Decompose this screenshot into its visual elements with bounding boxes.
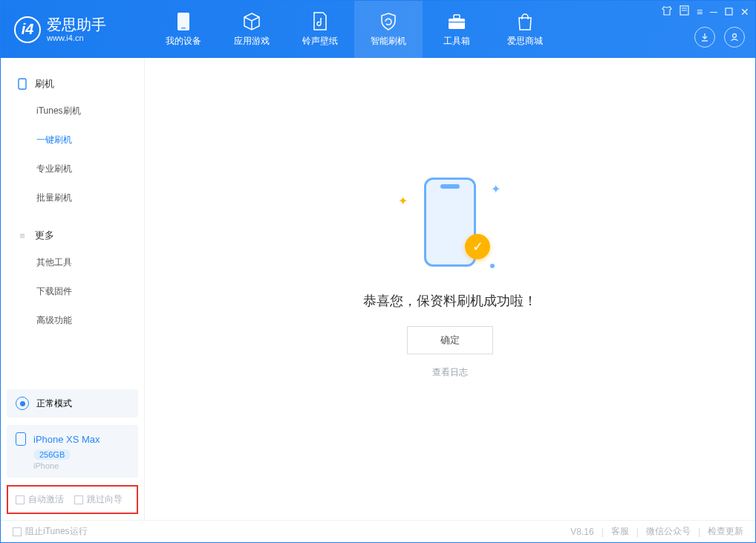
main-content: ✦ ✦ ✓ 恭喜您，保资料刷机成功啦！ 确定 查看日志: [145, 58, 755, 520]
top-nav: 我的设备 应用游戏 铃声壁纸 智能刷机 工具箱 爱思商城: [149, 1, 559, 58]
shield-refresh-icon: [378, 11, 399, 32]
dot-icon: [490, 264, 495, 268]
svg-rect-8: [726, 8, 732, 15]
device-phone-icon: [16, 432, 26, 446]
sidebar-item-other-tools[interactable]: 其他工具: [1, 248, 144, 277]
svg-rect-2: [449, 19, 465, 29]
device-icon: [173, 11, 194, 32]
success-illustration: ✦ ✦ ✓: [391, 170, 509, 274]
svg-rect-10: [19, 79, 26, 89]
sidebar-item-oneclick-flash[interactable]: 一键刷机: [1, 126, 144, 155]
toolbox-icon: [446, 11, 467, 32]
logo: i4 爱思助手 www.i4.cn: [1, 16, 149, 43]
nav-toolbox[interactable]: 工具箱: [423, 1, 491, 58]
nav-smart-flash[interactable]: 智能刷机: [354, 1, 423, 58]
sidebar: 刷机 iTunes刷机 一键刷机 专业刷机 批量刷机 ≡ 更多 其他工具 下载固…: [1, 58, 145, 520]
mode-icon: [16, 397, 29, 410]
app-site: www.i4.cn: [47, 33, 106, 43]
ok-button[interactable]: 确定: [407, 326, 493, 354]
view-log-link[interactable]: 查看日志: [432, 366, 468, 379]
header-right-actions: [694, 27, 745, 48]
account-button[interactable]: [724, 27, 745, 48]
body: 刷机 iTunes刷机 一键刷机 专业刷机 批量刷机 ≡ 更多 其他工具 下载固…: [1, 58, 755, 520]
device-card[interactable]: iPhone XS Max 256GB iPhone: [7, 425, 138, 478]
header: i4 爱思助手 www.i4.cn 我的设备 应用游戏 铃声壁纸 智能刷机: [1, 1, 755, 58]
download-button[interactable]: [694, 27, 715, 48]
success-message: 恭喜您，保资料刷机成功啦！: [363, 292, 537, 310]
sidebar-item-advanced[interactable]: 高级功能: [1, 306, 144, 335]
nav-store[interactable]: 爱思商城: [491, 1, 559, 58]
sidebar-section-flash: 刷机: [1, 71, 144, 97]
note-icon[interactable]: [680, 5, 689, 18]
sidebar-item-download-firmware[interactable]: 下载固件: [1, 277, 144, 306]
footer-check-update-link[interactable]: 检查更新: [708, 525, 743, 538]
footer: 阻止iTunes运行 V8.16 | 客服 | 微信公众号 | 检查更新: [1, 520, 755, 542]
list-icon: ≡: [17, 230, 27, 241]
svg-point-9: [733, 34, 737, 38]
footer-support-link[interactable]: 客服: [611, 525, 629, 538]
sidebar-bottom: 正常模式 iPhone XS Max 256GB iPhone 自动激活 跳过向…: [1, 389, 144, 520]
sparkle-icon: ✦: [491, 182, 501, 196]
sparkle-icon: ✦: [398, 194, 408, 208]
sidebar-item-itunes-flash[interactable]: iTunes刷机: [1, 97, 144, 126]
checkbox-skip-guide[interactable]: 跳过向导: [74, 493, 123, 506]
sidebar-item-pro-flash[interactable]: 专业刷机: [1, 155, 144, 183]
nav-apps-games[interactable]: 应用游戏: [218, 1, 286, 58]
checkmark-badge-icon: ✓: [465, 234, 490, 259]
device-name: iPhone XS Max: [33, 434, 100, 445]
mode-card[interactable]: 正常模式: [7, 389, 138, 417]
app-name: 爱思助手: [47, 16, 106, 33]
shirt-icon[interactable]: [662, 5, 672, 18]
sidebar-item-batch-flash[interactable]: 批量刷机: [1, 183, 144, 212]
mode-label: 正常模式: [36, 397, 72, 410]
svg-rect-4: [449, 22, 465, 23]
device-type: iPhone: [33, 461, 129, 470]
logo-icon: i4: [14, 16, 41, 43]
version-label: V8.16: [570, 527, 593, 537]
cube-icon: [241, 11, 262, 32]
footer-wechat-link[interactable]: 微信公众号: [646, 525, 691, 538]
app-window: i4 爱思助手 www.i4.cn 我的设备 应用游戏 铃声壁纸 智能刷机: [0, 0, 756, 543]
device-storage-badge: 256GB: [33, 449, 71, 460]
flash-options-highlight: 自动激活 跳过向导: [7, 485, 138, 514]
footer-right: V8.16 | 客服 | 微信公众号 | 检查更新: [570, 525, 743, 538]
menu-icon[interactable]: ≡: [697, 6, 703, 18]
svg-rect-1: [181, 27, 186, 29]
sidebar-section-more: ≡ 更多: [1, 223, 144, 248]
music-file-icon: [310, 11, 330, 32]
checkbox-block-itunes[interactable]: 阻止iTunes运行: [13, 525, 88, 538]
nav-ringtones-wallpapers[interactable]: 铃声壁纸: [286, 1, 354, 58]
bag-icon: [515, 11, 535, 32]
checkbox-auto-activate[interactable]: 自动激活: [16, 493, 64, 506]
phone-icon: [17, 79, 27, 89]
minimize-button[interactable]: ─: [710, 6, 717, 18]
svg-rect-3: [454, 15, 460, 19]
nav-my-device[interactable]: 我的设备: [149, 1, 218, 58]
close-button[interactable]: ✕: [740, 6, 749, 18]
maximize-button[interactable]: [725, 6, 733, 18]
window-controls: ≡ ─ ✕: [662, 5, 749, 18]
